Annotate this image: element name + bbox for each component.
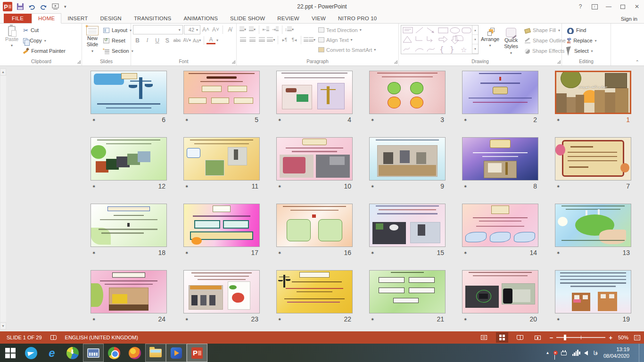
slide-thumbnail[interactable] [462,71,538,114]
taskbar-powerpoint[interactable]: P [187,344,207,362]
align-right-button[interactable] [257,35,266,44]
line-spacing-button[interactable]: ↕▾ [285,25,294,34]
slide-thumbnail[interactable] [91,204,167,247]
minimize-button[interactable]: — [602,0,616,13]
zoom-slider-thumb[interactable] [564,335,566,340]
clear-formatting-button[interactable]: A̸ [225,25,234,34]
italic-button[interactable]: I [143,36,152,45]
tab-slide-show[interactable]: SLIDE SHOW [224,14,271,23]
select-button[interactable]: Select▾ [566,46,598,56]
slide-thumbnail[interactable] [369,71,446,114]
tab-home[interactable]: HOME [32,13,61,24]
font-dialog-launcher[interactable] [232,60,235,64]
convert-to-smartart-button[interactable]: Convert to SmartArt▾ [318,45,376,55]
left-to-right-direction-button[interactable]: ▸¶ [281,35,289,44]
slide-thumbnail[interactable] [369,270,446,313]
tab-insert[interactable]: INSERT [61,14,94,23]
network-signal-icon[interactable] [572,350,578,356]
scroll-down-button[interactable]: ▼ [0,322,6,329]
justify-button[interactable]: ▾ [267,35,275,44]
close-button[interactable]: ✕ [630,0,644,13]
taskbar-onscreen-keyboard[interactable] [83,344,104,362]
shapes-gallery[interactable]: { } ☆ ▲▼▼ [401,25,479,54]
replace-button[interactable]: abacReplace▾ [566,35,598,46]
slide-thumbnail[interactable] [555,270,631,313]
collapse-ribbon-button[interactable]: ⌃ [636,59,639,65]
quick-styles-button[interactable]: Quick Styles ▾ [502,25,520,57]
taskbar-telegram[interactable] [21,344,41,362]
taskbar-clock[interactable]: 13:19 08/04/2020 [603,346,629,359]
find-button[interactable]: Find [566,25,598,35]
taskbar-chrome[interactable] [104,344,124,362]
sign-in-link[interactable]: Sign in [621,16,637,23]
format-painter-button[interactable]: Format Painter [22,46,67,56]
layout-button[interactable]: Layout▾ [102,25,135,35]
reset-button[interactable]: Reset [102,35,135,46]
slide-thumbnail[interactable] [276,137,353,181]
taskbar-firefox[interactable] [124,344,145,362]
slide-thumbnail[interactable] [555,137,631,181]
power-plug-icon[interactable] [561,352,567,355]
slide-thumbnail[interactable] [183,71,260,114]
section-button[interactable]: Section▾ [102,46,135,56]
slide-thumbnail[interactable] [462,204,538,247]
new-slide-button[interactable]: New Slide ▾ [84,25,101,55]
slide-thumbnail[interactable] [183,270,260,313]
font-color-button[interactable]: A [206,37,215,44]
redo-button[interactable] [41,4,47,10]
zoom-slider[interactable] [556,337,605,338]
normal-view-button[interactable] [478,332,490,343]
zoom-in-button[interactable]: + [609,334,612,341]
zoom-percentage[interactable]: 50% [618,335,628,340]
hidden-icons-chevron[interactable]: ▲ [546,351,550,355]
undo-button[interactable] [28,4,36,10]
underline-button[interactable]: U [153,36,162,45]
slide-thumbnail[interactable] [183,137,260,181]
drawing-dialog-launcher[interactable] [557,60,561,64]
bullets-button[interactable]: ▾ [239,25,247,34]
columns-button[interactable]: ▾ [304,35,315,44]
paragraph-dialog-launcher[interactable] [394,60,397,64]
slide-thumbnail[interactable] [276,71,353,114]
reading-view-button[interactable] [514,332,526,343]
tab-nitro-pro-10[interactable]: NITRO PRO 10 [332,14,383,23]
start-button[interactable] [0,344,21,362]
zoom-out-button[interactable]: − [550,334,553,341]
text-shadow-button[interactable]: S [163,36,172,45]
taskbar-internet-explorer[interactable]: e [41,344,62,362]
numbering-button[interactable]: ▾ [248,25,256,34]
slide-show-button[interactable] [532,332,544,343]
taskbar-download-manager[interactable] [62,344,83,362]
slide-sorter-view-button[interactable] [496,332,508,343]
character-spacing-button[interactable]: AV▾ [182,36,191,45]
text-direction-button[interactable]: Text Direction▾ [318,25,376,35]
paste-button[interactable]: Paste▾ [3,25,21,49]
tab-review[interactable]: REVIEW [271,14,305,23]
fit-slide-to-window-button[interactable] [634,335,640,340]
slide-thumbnail[interactable] [369,204,446,247]
scroll-up-button[interactable]: ▲ [0,68,6,75]
tab-animations[interactable]: ANIMATIONS [177,14,224,23]
tab-file[interactable]: FILE [4,14,32,23]
clipboard-dialog-launcher[interactable] [77,60,81,64]
restore-button[interactable] [616,0,630,13]
speaker-icon[interactable] [584,351,588,355]
cut-button[interactable]: ✂Cut [22,25,67,35]
customize-qat-button[interactable]: ▾ [64,4,66,9]
align-left-button[interactable] [239,35,247,44]
slide-thumbnail[interactable] [462,270,538,313]
align-center-button[interactable] [248,35,256,44]
decrease-indent-button[interactable]: ⇤ [262,25,270,34]
ribbon-display-options-button[interactable]: ↑ [587,0,602,13]
slide-thumbnail[interactable]: حقوق و تکلیف شهروندی [555,71,631,114]
vertical-scrollbar[interactable]: ▲ ▼ [0,68,7,329]
help-button[interactable]: ? [573,0,587,13]
start-from-beginning-button[interactable] [52,3,59,10]
font-size-combo[interactable]: 42▾ [184,25,200,34]
right-to-left-direction-button[interactable]: ¶◂ [290,35,298,44]
slide-thumbnail[interactable] [91,270,167,313]
slide-thumbnail[interactable] [369,137,446,181]
bold-button[interactable]: B [133,36,142,45]
slide-thumbnail[interactable] [91,71,167,114]
increase-indent-button[interactable]: ⇥ [271,25,280,34]
